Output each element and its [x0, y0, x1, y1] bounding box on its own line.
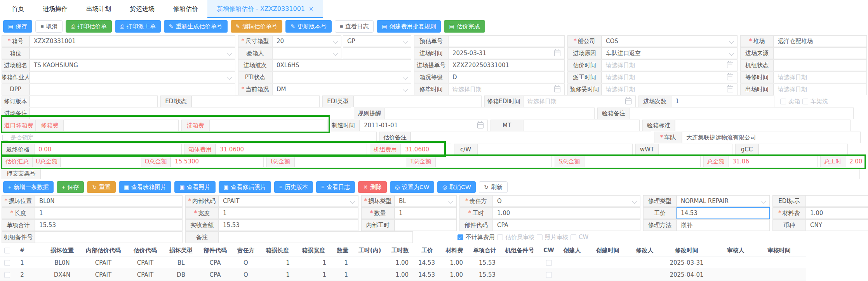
input-pre-repair-ready-time[interactable]: 请选择日期 — [602, 83, 738, 95]
input-length[interactable]: 1 — [35, 207, 183, 219]
input-s-total[interactable] — [584, 156, 701, 167]
input-wait-repair-time[interactable]: 请选择日期 — [774, 71, 867, 83]
detail-save-button[interactable]: +保存 — [57, 181, 84, 193]
input-o-total[interactable]: 15.5300 — [170, 156, 264, 167]
input-edi-mark[interactable] — [806, 195, 868, 207]
estimator-audit-checkbox[interactable] — [497, 234, 503, 240]
input-dpp[interactable] — [30, 83, 235, 95]
tab-repair-estimate[interactable]: 修箱估价 — [164, 0, 207, 18]
input-unit-part-no[interactable] — [35, 231, 183, 243]
input-currency[interactable]: CNY — [806, 219, 868, 231]
input-quantity[interactable]: 1 — [395, 207, 457, 219]
input-deposit-check-no[interactable] — [40, 168, 860, 179]
input-repair-fee[interactable] — [64, 120, 179, 131]
input-gcc[interactable] — [758, 144, 848, 155]
tab-outgate-plan[interactable]: 出场计划 — [77, 0, 120, 18]
input-ingate-source[interactable] — [774, 47, 867, 59]
add-row-button[interactable]: +新增一条数据 — [3, 181, 54, 193]
set-cw-button[interactable]: ◎设置为CW — [390, 181, 434, 193]
select-all-checkbox[interactable] — [4, 248, 10, 253]
save-button[interactable]: ▤保存 — [3, 20, 32, 33]
input-t-total[interactable] — [435, 156, 552, 167]
input-unit-fee[interactable]: 31.0600 — [401, 144, 451, 155]
input-inspect-remark[interactable] — [630, 108, 854, 119]
regenerate-estimate-no-button[interactable]: ✎重新生成估价单号 — [164, 20, 228, 33]
select-box-type[interactable]: GP — [343, 35, 411, 47]
input-estimate-remark[interactable] — [411, 132, 651, 143]
input-box-body-fee[interactable]: 31.0600 — [216, 144, 367, 155]
input-revision[interactable] — [30, 95, 158, 107]
input-ingate-count[interactable]: 1 — [671, 95, 774, 107]
view-inspect-pics-button[interactable]: ▣查看验箱图片 — [119, 181, 171, 193]
cw-checkbox[interactable] — [571, 234, 576, 240]
input-edi-status[interactable] — [191, 95, 320, 107]
input-damage-location[interactable]: BL0N — [35, 195, 183, 207]
input-edi-type[interactable] — [353, 95, 482, 107]
cw-cell-checkbox[interactable] — [546, 260, 552, 266]
select-internal-code[interactable]: CPAIT — [219, 195, 358, 207]
select-size[interactable]: 20 — [272, 35, 341, 47]
input-ingate-bl-no[interactable]: XZXZ20250331001 — [448, 59, 565, 71]
cancel-cw-button[interactable]: ◎取消CW — [437, 181, 476, 193]
create-fee-rule-button[interactable]: ▤创建费用批复规则 — [377, 20, 441, 33]
input-repair-method[interactable]: 嵌补 — [677, 219, 770, 231]
input-dispatch-time[interactable]: 请选择日期 — [602, 71, 738, 83]
input-work-hours[interactable]: 1.00 — [493, 207, 640, 219]
edit-estimate-no-button[interactable]: ✎编辑估价单号 — [231, 20, 283, 33]
input-yard[interactable]: 远洋仓配堆场 — [774, 35, 867, 47]
input-lock-extra[interactable] — [43, 132, 377, 143]
select-damage-type[interactable]: BL — [395, 195, 457, 207]
input-wash-fee[interactable] — [209, 120, 324, 131]
input-total-amount[interactable]: 31.06 — [728, 156, 818, 167]
select-inspector[interactable] — [272, 47, 341, 59]
chassis-wash-checkbox[interactable] — [802, 99, 808, 104]
input-manufacture-date[interactable]: 2011-01-01 — [360, 120, 488, 131]
input-part-code[interactable]: CPA — [493, 219, 640, 231]
close-icon[interactable]: × — [309, 5, 314, 12]
tab-new-repair-estimate[interactable]: 新增修箱估价 - XZXZ0331001 × — [207, 0, 323, 18]
view-after-pics-button[interactable]: ▣查看修后照片 — [219, 181, 271, 193]
input-material-fee[interactable]: 1.00 — [806, 207, 868, 219]
input-total-hours[interactable]: 2.00 — [845, 156, 868, 167]
input-rule-reminder[interactable] — [385, 108, 595, 119]
input-unit-status[interactable] — [774, 59, 867, 71]
input-pre-estimate-no[interactable] — [448, 35, 565, 47]
input-mt[interactable] — [523, 120, 640, 131]
input-ingate-vessel[interactable]: TS KAOHSIUNG — [30, 59, 235, 71]
input-condition-grade[interactable]: D — [448, 71, 565, 83]
input-received-amount[interactable]: 15.53 — [219, 219, 358, 231]
input-box-no[interactable]: XZXZ0331001 — [30, 35, 235, 47]
print-estimate-button[interactable]: ⎙打印估价单 — [66, 20, 111, 33]
photo-audit-checkbox[interactable] — [537, 234, 543, 240]
reset-button[interactable]: ↻重置 — [87, 181, 116, 193]
row-select-checkbox[interactable] — [4, 272, 10, 278]
input-ingate-time[interactable]: 2025-03-31 — [448, 47, 565, 59]
delete-button[interactable]: ✕删除 — [358, 181, 387, 193]
input-estimate-time[interactable]: 请选择日期 — [602, 59, 738, 71]
tab-cargo-ingate[interactable]: 货运进场 — [120, 0, 164, 18]
input-i-total[interactable] — [294, 156, 403, 167]
select-pti-status[interactable] — [272, 71, 411, 83]
select-box-position[interactable] — [30, 47, 235, 59]
cw-cell-checkbox[interactable] — [546, 272, 552, 278]
select-repair-type[interactable]: NORMAL REPAIR — [677, 195, 770, 207]
input-inspect-standard[interactable] — [675, 120, 851, 131]
input-remark[interactable] — [219, 231, 413, 243]
input-ingate-remark[interactable] — [30, 108, 351, 119]
no-fee-checkbox[interactable] — [457, 234, 463, 240]
detail-view-log-button[interactable]: ≡查看日志 — [316, 181, 355, 193]
sell-box-checkbox[interactable] — [780, 99, 786, 104]
view-photos-button[interactable]: ▣查看照片 — [174, 181, 215, 193]
input-ingate-voyage[interactable]: 0XL6HS — [272, 59, 411, 71]
input-item-total[interactable]: 15.53 — [35, 219, 183, 231]
tab-home[interactable]: 首页 — [2, 0, 33, 18]
select-ingate-reason[interactable]: 车队进口返空 — [602, 47, 738, 59]
row-select-checkbox[interactable] — [4, 260, 10, 266]
print-work-order-button[interactable]: ⎙打印派工单 — [115, 20, 161, 33]
input-truck-company[interactable]: 大连集联捷运物流有限公司 — [682, 132, 861, 143]
lock-checkbox[interactable] — [2, 135, 8, 140]
history-version-button[interactable]: ≡历史版本 — [274, 181, 313, 193]
input-labor-price[interactable]: 14.53 — [677, 207, 770, 219]
table-row[interactable]: 2DX4NCPAITCPAITDBCPAO1111.0014.531.0015.… — [0, 269, 806, 281]
input-final-price[interactable]: 0.00 — [34, 144, 182, 155]
